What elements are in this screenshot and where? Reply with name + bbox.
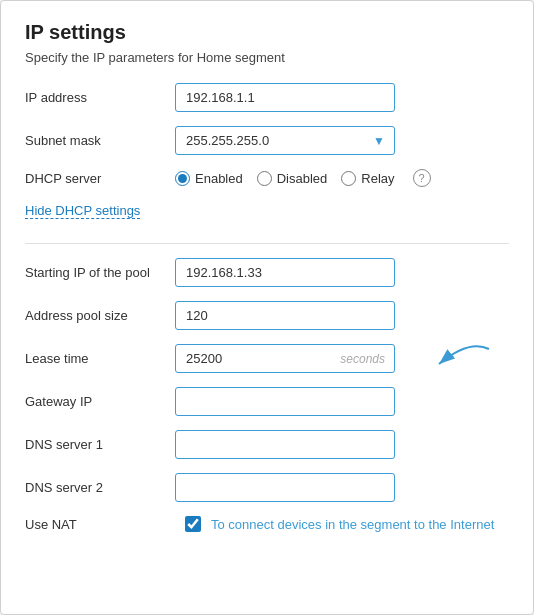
page-title: IP settings xyxy=(25,21,509,44)
dhcp-server-row: DHCP server Enabled Disabled Relay ? xyxy=(25,169,509,187)
help-icon[interactable]: ? xyxy=(413,169,431,187)
dns-server-1-input[interactable] xyxy=(175,430,395,459)
dhcp-enabled-radio[interactable] xyxy=(175,171,190,186)
starting-ip-label: Starting IP of the pool xyxy=(25,265,175,280)
page-subtitle: Specify the IP parameters for Home segme… xyxy=(25,50,509,65)
lease-time-wrapper: seconds xyxy=(175,344,395,373)
gateway-ip-row: Gateway IP xyxy=(25,387,509,416)
dns-server-1-row: DNS server 1 xyxy=(25,430,509,459)
lease-time-label: Lease time xyxy=(25,351,175,366)
use-nat-checkbox[interactable] xyxy=(185,516,201,532)
address-pool-size-label: Address pool size xyxy=(25,308,175,323)
dhcp-disabled-radio[interactable] xyxy=(257,171,272,186)
ip-address-row: IP address xyxy=(25,83,509,112)
hide-dhcp-link[interactable]: Hide DHCP settings xyxy=(25,203,140,219)
starting-ip-input[interactable] xyxy=(175,258,395,287)
dhcp-enabled-option[interactable]: Enabled xyxy=(175,171,243,186)
ip-address-label: IP address xyxy=(25,90,175,105)
ip-address-input[interactable] xyxy=(175,83,395,112)
gateway-ip-label: Gateway IP xyxy=(25,394,175,409)
subnet-mask-label: Subnet mask xyxy=(25,133,175,148)
dhcp-relay-label: Relay xyxy=(361,171,394,186)
address-pool-size-row: Address pool size xyxy=(25,301,509,330)
dhcp-enabled-label: Enabled xyxy=(195,171,243,186)
dns-server-2-row: DNS server 2 xyxy=(25,473,509,502)
dhcp-relay-option[interactable]: Relay xyxy=(341,171,394,186)
dns-server-1-label: DNS server 1 xyxy=(25,437,175,452)
dhcp-disabled-label: Disabled xyxy=(277,171,328,186)
dhcp-server-label: DHCP server xyxy=(25,171,175,186)
use-nat-label: Use NAT xyxy=(25,517,175,532)
lease-time-row: Lease time seconds xyxy=(25,344,509,373)
ip-settings-panel: IP settings Specify the IP parameters fo… xyxy=(0,0,534,615)
gateway-ip-input[interactable] xyxy=(175,387,395,416)
dhcp-relay-radio[interactable] xyxy=(341,171,356,186)
subnet-mask-select-wrapper: 255.255.255.0 255.255.0.0 255.0.0.0 ▼ xyxy=(175,126,395,155)
hide-dhcp-link-container: Hide DHCP settings xyxy=(25,201,509,233)
use-nat-row: Use NAT To connect devices in the segmen… xyxy=(25,516,509,532)
dns-server-2-input[interactable] xyxy=(175,473,395,502)
starting-ip-row: Starting IP of the pool xyxy=(25,258,509,287)
lease-time-input[interactable] xyxy=(175,344,395,373)
dns-server-2-label: DNS server 2 xyxy=(25,480,175,495)
use-nat-description: To connect devices in the segment to the… xyxy=(211,517,494,532)
subnet-mask-select[interactable]: 255.255.255.0 255.255.0.0 255.0.0.0 xyxy=(175,126,395,155)
divider xyxy=(25,243,509,244)
subnet-mask-row: Subnet mask 255.255.255.0 255.255.0.0 25… xyxy=(25,126,509,155)
address-pool-size-input[interactable] xyxy=(175,301,395,330)
dhcp-radio-group: Enabled Disabled Relay ? xyxy=(175,169,431,187)
dhcp-disabled-option[interactable]: Disabled xyxy=(257,171,328,186)
